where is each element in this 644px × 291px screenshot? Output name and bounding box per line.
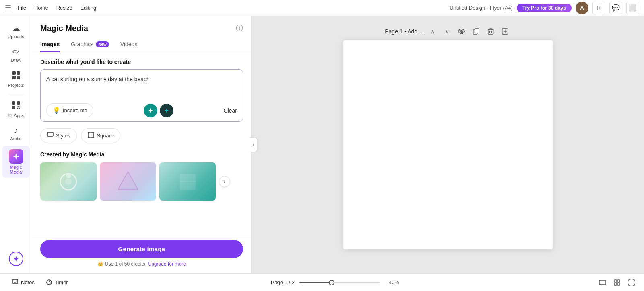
prompt-icons [144, 104, 173, 117]
panel-header: Magic Media ⓘ [32, 16, 251, 37]
square-button[interactable]: Square [81, 128, 120, 143]
describe-label: Describe what you'd like to create [40, 59, 243, 65]
inspire-me-button[interactable]: 💡 Inspire me [46, 103, 93, 117]
zoom-percentage: 40% [385, 279, 399, 285]
sidebar-label-uploads: Uploads [8, 34, 24, 39]
page-down-button[interactable]: ∨ [442, 26, 453, 37]
page-duplicate-button[interactable] [471, 26, 482, 37]
generated-image-3[interactable] [159, 162, 216, 201]
images-row: › [40, 162, 243, 201]
page-delete-button[interactable] [485, 26, 496, 37]
sidebar-item-uploads[interactable]: ☁ Uploads [2, 20, 30, 42]
canvas-area: Page 1 - Add ... ∧ ∨ [252, 16, 644, 273]
styles-label: Styles [56, 133, 70, 139]
timer-label: Timer [55, 279, 68, 285]
image-2-inner [100, 162, 156, 201]
topbar: ☰ File Home Resize Editing Untitled Desi… [0, 0, 644, 16]
svg-rect-5 [17, 101, 20, 105]
timer-button[interactable]: Timer [40, 276, 74, 289]
sidebar-item-magic-media[interactable]: Magic Media [2, 146, 30, 178]
zoom-slider[interactable] [299, 282, 380, 283]
svg-rect-0 [12, 71, 16, 75]
panel-title: Magic Media [40, 24, 88, 33]
desktop-view-button[interactable] [597, 277, 609, 289]
generated-image-2[interactable] [100, 162, 156, 201]
sidebar-label-draw: Draw [11, 58, 21, 63]
panel-content: Describe what you'd like to create A cat… [32, 52, 251, 235]
tab-videos-label: Videos [120, 41, 138, 47]
design-title-label: Untitled Design - Flyer (A4) [450, 5, 513, 11]
topbar-nav-file[interactable]: File [18, 5, 26, 11]
tab-images[interactable]: Images [40, 37, 60, 52]
svg-rect-37 [599, 280, 606, 285]
svg-rect-4 [12, 101, 15, 105]
clear-button[interactable]: Clear [224, 107, 237, 114]
projects-icon [12, 71, 21, 82]
svg-rect-24 [488, 29, 493, 34]
svg-point-15 [66, 173, 71, 178]
menu-icon[interactable]: ☰ [5, 4, 11, 12]
user-avatar[interactable]: A [576, 2, 588, 14]
topbar-nav-home[interactable]: Home [34, 5, 48, 11]
sidebar-item-projects[interactable]: Projects [2, 68, 30, 91]
prompt-actions: 💡 Inspire me [46, 103, 237, 117]
svg-rect-6 [12, 106, 15, 109]
prompt-box[interactable]: A cat surfing on a sunny day at the beac… [40, 69, 243, 122]
tab-images-label: Images [40, 41, 60, 47]
svg-rect-12 [88, 132, 94, 138]
topbar-nav-editing[interactable]: Editing [80, 5, 96, 11]
prompt-text: A cat surfing on a sunny day at the beac… [46, 75, 237, 99]
topbar-nav-resize[interactable]: Resize [56, 5, 72, 11]
sidebar-item-audio[interactable]: ♪ Audio [2, 123, 30, 144]
canvas-sheet[interactable] [343, 40, 553, 249]
chat-icon-btn[interactable]: 💬 [609, 2, 622, 14]
styles-button[interactable]: Styles [40, 128, 77, 143]
page-up-button[interactable]: ∧ [427, 26, 438, 37]
magic-icon-dark[interactable] [160, 104, 173, 117]
generate-image-button[interactable]: Generate image [40, 240, 243, 258]
svg-rect-10 [47, 132, 53, 136]
sidebar-item-assistant[interactable] [2, 248, 30, 269]
assistant-icon [9, 252, 23, 266]
svg-point-16 [65, 178, 72, 185]
images-next-button[interactable]: › [219, 176, 230, 187]
topbar-left: ☰ [5, 4, 11, 12]
svg-rect-2 [12, 76, 16, 79]
credits-text: 👑 Use 1 of 50 credits. Upgrade for more [40, 261, 243, 267]
tab-graphics[interactable]: Graphics New [71, 37, 109, 52]
svg-rect-3 [17, 76, 20, 79]
tab-videos[interactable]: Videos [120, 37, 138, 52]
canvas-page [252, 16, 644, 273]
notes-button[interactable]: Notes [6, 276, 40, 289]
panel-collapse-handle[interactable]: ‹ [250, 137, 258, 152]
sidebar-divider [8, 94, 24, 94]
zoom-slider-thumb[interactable] [329, 280, 334, 285]
page-add-button[interactable] [500, 26, 511, 37]
tabs: Images Graphics New Videos [32, 37, 251, 52]
trial-badge[interactable]: Try Pro for 30 days [517, 4, 572, 12]
icon-sidebar: ☁ Uploads ✏ Draw Projects [0, 16, 32, 273]
sidebar-item-apps[interactable]: 82 Apps [2, 98, 30, 121]
upgrade-link[interactable]: Upgrade for more [148, 261, 186, 267]
pencil-icon: ✏ [12, 47, 19, 57]
magic-icon-teal[interactable] [144, 104, 157, 117]
generated-image-1[interactable] [40, 162, 97, 201]
image-3-inner [159, 162, 216, 201]
window-icon-btn[interactable]: ⬜ [626, 2, 639, 14]
page-eye-button[interactable] [456, 26, 467, 37]
image-1-inner [40, 162, 97, 201]
fullscreen-button[interactable] [625, 277, 638, 289]
options-row: Styles Square [40, 128, 243, 143]
apps-icon [12, 101, 21, 112]
styles-icon [47, 132, 54, 139]
info-icon[interactable]: ⓘ [236, 23, 243, 33]
sidebar-label-audio: Audio [10, 136, 21, 141]
panel: Magic Media ⓘ Images Graphics New Videos… [32, 16, 252, 273]
topbar-right: Untitled Design - Flyer (A4) Try Pro for… [450, 2, 639, 14]
zoom-slider-fill [299, 282, 332, 283]
grid-icon-btn[interactable]: ⊞ [592, 2, 605, 14]
sidebar-label-projects: Projects [8, 83, 24, 88]
sidebar-item-draw[interactable]: ✏ Draw [2, 44, 30, 66]
svg-rect-1 [17, 71, 20, 75]
grid-view-button[interactable] [611, 277, 623, 289]
